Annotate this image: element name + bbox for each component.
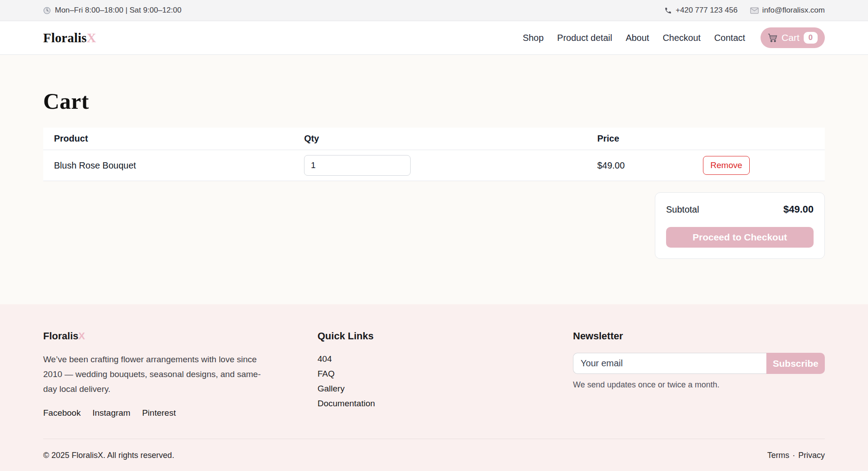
legal-links: Terms · Privacy: [767, 451, 825, 460]
newsletter-note: We send updates once or twice a month.: [573, 380, 825, 390]
footer-brand: FloralisX: [43, 330, 270, 342]
privacy-link[interactable]: Privacy: [798, 451, 825, 460]
subscribe-button[interactable]: Subscribe: [766, 353, 825, 374]
quick-link-faq[interactable]: FAQ: [318, 369, 335, 378]
cart-button[interactable]: Cart 0: [761, 27, 825, 48]
quick-links-title: Quick Links: [318, 330, 526, 342]
subtotal-value: $49.00: [783, 204, 814, 215]
logo[interactable]: FloralisX: [43, 31, 96, 45]
nav-item-shop[interactable]: Shop: [523, 33, 544, 43]
site-header: FloralisX Shop Product detail About Chec…: [0, 21, 868, 55]
cart-item-name: Blush Rose Bouquet: [43, 150, 293, 181]
proceed-to-checkout-button[interactable]: Proceed to Checkout: [666, 227, 814, 248]
footer-brand-column: FloralisX We’ve been crafting flower arr…: [43, 330, 270, 418]
cart-item-row: Blush Rose Bouquet $49.00 Remove: [43, 150, 825, 181]
footer-newsletter-column: Newsletter Subscribe We send updates onc…: [573, 330, 825, 418]
phone-link[interactable]: +420 777 123 456: [664, 6, 738, 15]
page-title: Cart: [43, 88, 825, 114]
nav-item-contact[interactable]: Contact: [714, 33, 745, 43]
envelope-icon: [750, 7, 759, 14]
nav-item-checkout[interactable]: Checkout: [662, 33, 701, 43]
cart-summary-card: Subtotal $49.00 Proceed to Checkout: [655, 192, 825, 259]
quick-link-404[interactable]: 404: [318, 354, 332, 364]
newsletter-email-input[interactable]: [573, 353, 766, 374]
shopping-cart-icon: [768, 33, 778, 42]
footer-brand-accent: X: [78, 330, 85, 342]
column-header-price: Price: [586, 128, 692, 150]
copyright-text: © 2025 FloralisX. All rights reserved.: [43, 451, 174, 460]
cart-button-label: Cart: [782, 32, 800, 43]
column-header-actions: [692, 128, 825, 150]
nav-item-about[interactable]: About: [626, 33, 649, 43]
nav-item-product-detail[interactable]: Product detail: [557, 33, 612, 43]
social-link-facebook[interactable]: Facebook: [43, 408, 81, 418]
main-nav: Shop Product detail About Checkout Conta…: [523, 27, 825, 48]
email-link[interactable]: info@floralisx.com: [750, 6, 825, 15]
quick-link-documentation[interactable]: Documentation: [318, 399, 375, 408]
phone-icon: [664, 7, 672, 14]
site-footer: FloralisX We’ve been crafting flower arr…: [0, 304, 868, 471]
newsletter-form: Subscribe: [573, 353, 825, 374]
footer-quick-links-column: Quick Links 404 FAQ Gallery Documentatio…: [318, 330, 526, 418]
quantity-input[interactable]: [304, 155, 411, 176]
newsletter-title: Newsletter: [573, 330, 825, 342]
legal-separator: ·: [792, 451, 795, 460]
quick-links-list: 404 FAQ Gallery Documentation: [318, 352, 526, 411]
opening-hours: Mon–Fri 8:00–18:00 | Sat 9:00–12:00: [55, 6, 181, 15]
terms-link[interactable]: Terms: [767, 451, 789, 460]
clock-icon: [43, 7, 51, 14]
cart-count-badge: 0: [804, 32, 818, 44]
phone-number: +420 777 123 456: [676, 6, 738, 15]
email-address: info@floralisx.com: [762, 6, 825, 15]
cart-table: Product Qty Price Blush Rose Bouquet $49…: [43, 128, 825, 181]
footer-brand-text: Floralis: [43, 330, 78, 342]
footer-description: We’ve been crafting flower arrangements …: [43, 352, 270, 396]
main-content: Cart Product Qty Price Blush Rose Bouque…: [0, 55, 868, 304]
quick-link-gallery[interactable]: Gallery: [318, 384, 345, 393]
logo-text: Floralis: [43, 31, 87, 45]
cart-item-price: $49.00: [586, 150, 692, 181]
subtotal-label: Subtotal: [666, 204, 699, 215]
column-header-qty: Qty: [293, 128, 586, 150]
topbar: Mon–Fri 8:00–18:00 | Sat 9:00–12:00 +420…: [0, 0, 868, 21]
cart-table-header-row: Product Qty Price: [43, 128, 825, 150]
column-header-product: Product: [43, 128, 293, 150]
social-links: Facebook Instagram Pinterest: [43, 408, 270, 418]
social-link-instagram[interactable]: Instagram: [92, 408, 130, 418]
social-link-pinterest[interactable]: Pinterest: [142, 408, 176, 418]
logo-accent: X: [87, 31, 96, 45]
remove-item-button[interactable]: Remove: [703, 156, 750, 175]
